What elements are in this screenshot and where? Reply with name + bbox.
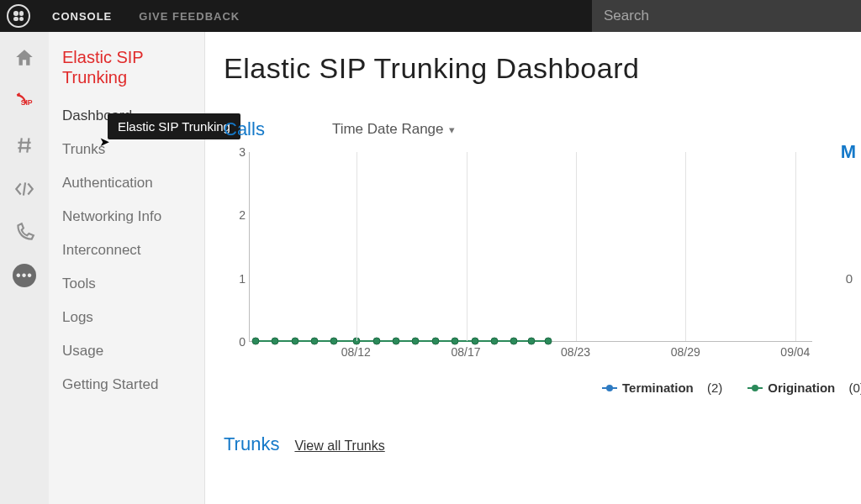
data-point [510, 338, 518, 345]
sidebar-title[interactable]: Elastic SIP Trunking [49, 47, 204, 99]
sidebar-item-networking-info[interactable]: Networking Info [49, 200, 204, 234]
grid-line [576, 152, 577, 341]
x-tick: 09/04 [780, 345, 810, 359]
data-point [251, 338, 259, 345]
legend-swatch-termination [602, 387, 617, 389]
sidebar-item-logs[interactable]: Logs [49, 301, 204, 334]
sip-icon[interactable]: SIP [12, 89, 37, 114]
feedback-link[interactable]: GIVE FEEDBACK [125, 10, 253, 23]
data-point [431, 338, 439, 345]
chevron-down-icon: ▾ [449, 123, 455, 136]
home-icon[interactable] [12, 45, 37, 71]
data-point [372, 338, 380, 345]
chart-legend: Termination (2) Origination (0) [602, 381, 861, 395]
grid-line [467, 152, 467, 341]
y-tick: 0 [224, 335, 246, 349]
sidebar-item-getting-started[interactable]: Getting Started [49, 368, 204, 402]
svg-line-4 [27, 138, 29, 152]
calls-chart: 0123 08/1208/1708/2308/2909/04 [224, 147, 812, 365]
more-icon[interactable]: ••• [13, 264, 36, 287]
right-chart-zero: 0 [846, 271, 853, 286]
series-line-origination [256, 340, 548, 342]
time-range-select[interactable]: Time Date Range ▾ [332, 121, 455, 138]
view-all-trunks-link[interactable]: View all Trunks [294, 438, 384, 454]
calls-section-title: Calls [224, 118, 265, 140]
grid-line [357, 152, 357, 341]
x-tick: 08/23 [561, 345, 590, 359]
data-point [527, 338, 535, 345]
data-point [310, 338, 318, 345]
data-point [471, 338, 478, 345]
sidebar-item-dashboard[interactable]: Dashboard [49, 99, 204, 133]
svg-text:SIP: SIP [21, 98, 33, 107]
grid-line [795, 152, 796, 341]
time-range-label: Time Date Range [332, 121, 444, 138]
hash-icon[interactable] [12, 133, 37, 158]
svg-line-3 [20, 138, 22, 152]
trunks-section-title: Trunks [224, 433, 279, 455]
data-point [272, 338, 279, 345]
data-point [291, 338, 298, 345]
y-tick: 2 [224, 208, 246, 222]
sidebar-item-tools[interactable]: Tools [49, 267, 204, 301]
sidebar-item-authentication[interactable]: Authentication [49, 166, 204, 200]
sidebar-item-trunks[interactable]: Trunks [49, 133, 204, 166]
data-point [452, 338, 459, 345]
x-tick: 08/17 [451, 345, 480, 359]
x-tick: 08/12 [341, 345, 371, 359]
legend-origination[interactable]: Origination (0) [747, 381, 861, 395]
page-title: Elastic SIP Trunking Dashboard [224, 52, 861, 85]
y-tick: 1 [224, 272, 246, 286]
data-point [491, 338, 499, 345]
icon-rail: SIP ••• [0, 32, 49, 504]
legend-swatch-origination [747, 387, 763, 389]
y-tick: 3 [224, 145, 246, 159]
brand-logo[interactable] [7, 4, 30, 28]
data-point [330, 338, 338, 345]
sidebar-item-usage[interactable]: Usage [49, 334, 204, 368]
code-icon[interactable] [12, 176, 37, 202]
search-input[interactable] [592, 0, 861, 32]
main-content: Elastic SIP Trunking Dashboard M 0 Calls… [205, 32, 861, 504]
data-point [412, 338, 420, 345]
data-point [544, 338, 552, 345]
grid-line [685, 152, 686, 341]
svg-line-5 [24, 182, 25, 195]
right-chart-letter: M [841, 141, 856, 163]
legend-termination[interactable]: Termination (2) [602, 381, 722, 395]
x-tick: 08/29 [671, 345, 700, 359]
data-point [392, 338, 399, 345]
sidebar-item-interconnect[interactable]: Interconnect [49, 234, 204, 267]
phone-icon[interactable] [12, 220, 37, 245]
console-link[interactable]: CONSOLE [39, 10, 125, 23]
search-box[interactable] [592, 0, 861, 32]
top-bar: CONSOLE GIVE FEEDBACK [0, 0, 861, 32]
sidebar: Elastic SIP Trunking DashboardTrunksAuth… [49, 32, 205, 504]
